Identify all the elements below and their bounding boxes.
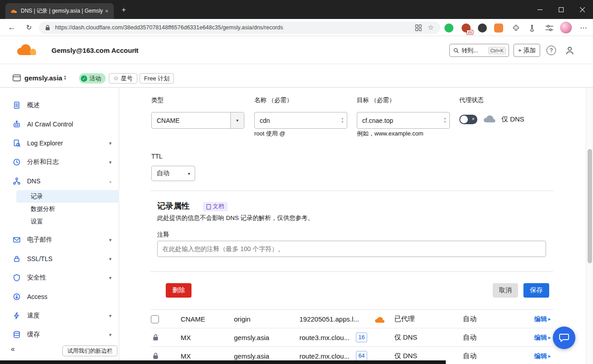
bookmark-star-icon[interactable]: ☆	[428, 23, 434, 32]
triangle-right-icon: ▸	[548, 316, 551, 322]
sidebar-item-overview[interactable]: 概述	[0, 96, 119, 115]
search-icon	[453, 48, 459, 53]
docs-link-badge[interactable]: 文档	[203, 202, 228, 211]
triangle-right-icon: ▸	[548, 335, 551, 341]
access-icon	[13, 293, 21, 301]
lock-icon	[13, 255, 21, 263]
row-checkbox[interactable]	[151, 315, 159, 323]
try-new-sidebar-button[interactable]: 试用我们的新边栏	[62, 345, 117, 356]
record-ttl: 自动	[463, 328, 476, 347]
add-button[interactable]: + 添加	[514, 44, 540, 57]
taskbar-strip	[0, 360, 446, 364]
domain-name: gemsly.asia	[24, 74, 62, 82]
clock-icon	[13, 158, 21, 166]
sidebar-subitem-settings[interactable]: 设置	[16, 215, 119, 228]
record-target-field[interactable]: ▴▾	[357, 112, 450, 129]
proxy-status-value: 仅 DNS	[501, 115, 524, 124]
chevron-down-icon: ▾	[109, 275, 112, 281]
window-maximize-button[interactable]	[551, 0, 572, 19]
sidebar-item-analytics-logs[interactable]: 分析和日志 ▾	[0, 153, 119, 172]
back-button[interactable]: ←	[5, 22, 18, 33]
sidebar-item-email[interactable]: 电子邮件 ▾	[0, 230, 119, 249]
sidebar-item-cache[interactable]: 缓存 ▾	[0, 325, 119, 344]
toggle-off-icon: ×	[472, 116, 475, 121]
sidebar-item-dns[interactable]: DNS ▴	[0, 172, 119, 191]
chevron-down-icon: ▾	[230, 112, 244, 128]
account-selector-icon[interactable]: ▴▾	[135, 47, 136, 53]
chat-support-button[interactable]	[553, 327, 575, 349]
lightning-icon	[13, 312, 21, 320]
sidebar-subitem-records[interactable]: 记录	[16, 190, 119, 203]
record-type-select[interactable]: CNAME ▾	[151, 112, 244, 129]
log-search-icon	[13, 139, 21, 147]
tampermonkey-extension-icon[interactable]	[493, 23, 504, 33]
comment-field[interactable]	[157, 241, 546, 257]
profile-avatar[interactable]	[560, 22, 572, 33]
delete-button[interactable]: 删除	[166, 283, 191, 298]
sidebar-item-security[interactable]: 安全性 ▾	[0, 268, 119, 287]
locked-record-icon	[153, 353, 159, 359]
star-icon: ☆	[113, 75, 119, 82]
adblock-extension-icon[interactable]: 21	[461, 23, 472, 33]
sidebar-item-ai-crawl-control[interactable]: AI Crawl Control	[0, 115, 119, 134]
sidebar-item-speed[interactable]: 速度 ▾	[0, 306, 119, 325]
browser-titlebar: DNS | 记录 | gemsly.asia | Gemsly × +	[0, 0, 593, 19]
shield-icon	[13, 274, 21, 282]
name-label: 名称 （必需）	[254, 96, 293, 104]
browser-tab[interactable]: DNS | 记录 | gemsly.asia | Gemsly ×	[5, 3, 114, 19]
sidebar-subitem-analytics[interactable]: 数据分析	[16, 203, 119, 215]
sidebar-item-log-explorer[interactable]: Log Explorer ▾	[0, 134, 119, 153]
record-attributes-title: 记录属性	[157, 201, 190, 211]
window-minimize-button[interactable]	[529, 0, 551, 19]
settings-sliders-icon[interactable]	[544, 23, 555, 33]
record-content: route3.mx.clou...	[299, 328, 350, 347]
tab-close-icon[interactable]: ×	[103, 8, 110, 14]
help-button[interactable]: ?	[546, 46, 556, 55]
record-proxy-status: 仅 DNS	[394, 328, 417, 347]
proxied-cloud-icon	[373, 316, 387, 324]
sidebar-collapse-button[interactable]: «	[11, 345, 15, 353]
new-tab-button[interactable]: +	[118, 5, 129, 15]
https-lock-icon	[45, 25, 50, 31]
user-icon[interactable]	[565, 46, 574, 55]
comment-input[interactable]	[157, 241, 546, 257]
save-button[interactable]: 保存	[523, 283, 549, 298]
record-name-input[interactable]	[254, 112, 347, 129]
record-name-field[interactable]: ▴▾	[254, 112, 347, 129]
split-screen-icon[interactable]	[415, 24, 422, 31]
record-name: origin	[234, 310, 251, 328]
account-name: Gemsly@163.com Account	[51, 47, 138, 54]
ttl-select[interactable]: 自动 ▾	[151, 166, 195, 181]
record-target-input[interactable]	[357, 112, 450, 129]
scrollbar-thumb[interactable]	[588, 149, 592, 263]
global-search-input[interactable]: 转到... Ctrl+K	[449, 44, 509, 57]
browser-menu-icon[interactable]: ⋯	[577, 22, 590, 33]
edit-record-link[interactable]: 编辑▸	[534, 328, 551, 347]
tab-title: DNS | 记录 | gemsly.asia | Gemsly	[21, 7, 103, 15]
sidebar-item-access[interactable]: Access	[0, 287, 119, 306]
flask-extension-icon[interactable]	[527, 23, 537, 33]
edit-record-link[interactable]: 编辑▸	[534, 347, 551, 364]
extensions-puzzle-icon[interactable]	[510, 23, 521, 33]
name-helper: root 使用 @	[254, 130, 285, 138]
address-bar[interactable]: https://dash.cloudflare.com/38edd3570781…	[39, 22, 440, 34]
plan-badge[interactable]: Free 计划	[140, 73, 174, 84]
scrollbar-track[interactable]	[586, 88, 593, 364]
dark-extension-icon[interactable]	[477, 23, 488, 33]
cancel-button[interactable]: 取消	[493, 283, 518, 298]
domain-selector-icon[interactable]: ▴▾	[64, 75, 66, 80]
search-shortcut: Ctrl+K	[488, 47, 506, 54]
edit-record-link[interactable]: 编辑▸	[534, 310, 551, 328]
refresh-button[interactable]: ↻	[23, 22, 35, 33]
doc-icon	[206, 204, 211, 210]
sidebar-item-ssl-tls[interactable]: SSL/TLS ▾	[0, 249, 119, 268]
window-close-button[interactable]	[572, 0, 593, 19]
combobox-arrows-icon: ▴▾	[444, 117, 446, 124]
cloudflare-logo[interactable]	[14, 43, 38, 56]
star-site-button[interactable]: ☆ 星号	[109, 73, 137, 84]
proxy-toggle[interactable]: ×	[459, 115, 477, 124]
whatsapp-extension-icon[interactable]	[444, 23, 454, 33]
record-attributes-desc: 此处提供的信息不会影响 DNS 记录的解析，仅供您参考。	[157, 214, 314, 222]
chevron-up-icon: ▴	[109, 178, 112, 184]
locked-record-icon	[153, 334, 159, 341]
